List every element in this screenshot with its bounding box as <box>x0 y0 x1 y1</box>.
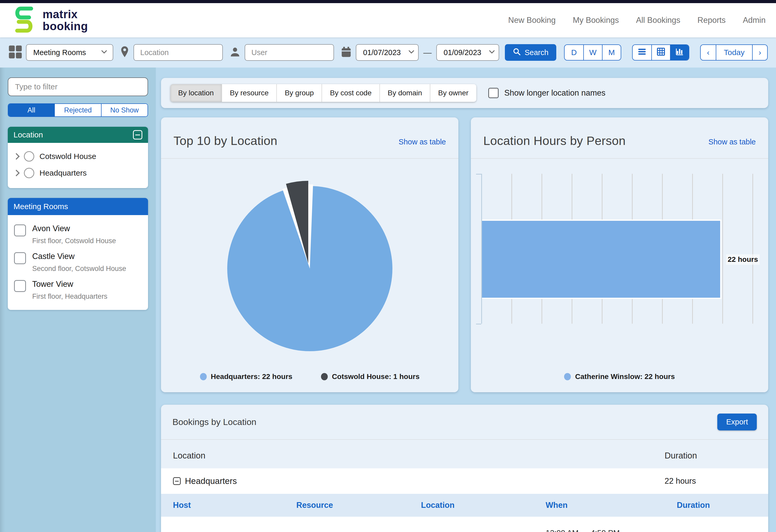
legend-item: Headquarters: 22 hours <box>200 372 293 381</box>
column-location: Location <box>173 451 664 461</box>
booking-when: 12:00 AM — 4:59 PM 22 Aug <box>546 527 677 532</box>
location-radio[interactable] <box>24 151 34 162</box>
room-checkbox[interactable] <box>14 280 26 292</box>
location-radio[interactable] <box>24 168 34 178</box>
column-duration[interactable]: Duration <box>677 501 756 510</box>
collapse-icon[interactable] <box>133 130 142 140</box>
nav-reports[interactable]: Reports <box>698 16 726 25</box>
legend-dot <box>200 373 207 380</box>
room-item-avon-view[interactable]: Avon View First floor, Cotswold House <box>8 219 148 246</box>
search-button[interactable]: Search <box>505 44 556 61</box>
booking-row[interactable]: Catherine Winslow Tower View First floor… <box>161 517 768 532</box>
room-checkbox[interactable] <box>14 224 26 236</box>
top10-by-location-panel: Top 10 by Location Show as table Headqua… <box>161 118 458 392</box>
column-duration: Duration <box>664 451 756 461</box>
chevron-right-icon[interactable] <box>13 170 19 176</box>
legend-item: Cotswold House: 1 hours <box>321 372 420 381</box>
bar-plot-area: 22 hours <box>481 174 766 324</box>
date-nav-group: ‹ Today › <box>700 44 768 60</box>
location-item-headquarters[interactable]: Headquarters <box>8 165 148 181</box>
status-tab-rejected[interactable]: Rejected <box>54 104 101 116</box>
bookings-outer-header: Location Duration <box>161 440 768 468</box>
day-view-button[interactable]: D <box>565 45 583 60</box>
bookings-title: Bookings by Location <box>172 417 256 427</box>
meeting-rooms-panel-header: Meeting Rooms <box>8 198 148 215</box>
room-item-tower-view[interactable]: Tower View First floor, Headquarters <box>8 274 148 302</box>
today-button[interactable]: Today <box>716 45 752 60</box>
app-header: matrix booking New Booking My Bookings A… <box>0 3 776 37</box>
meeting-rooms-panel: Meeting Rooms Avon View First floor, Cot… <box>8 198 148 310</box>
category-select[interactable]: Meeting Rooms <box>26 44 113 61</box>
legend-item: Catherine Winslow: 22 hours <box>564 372 675 381</box>
column-resource[interactable]: Resource <box>296 501 421 510</box>
room-item-castle-view[interactable]: Castle View Second floor, Cotswold House <box>8 246 148 274</box>
pie-chart <box>161 159 458 366</box>
show-longer-names-toggle[interactable]: Show longer location names <box>488 88 605 98</box>
tab-by-owner[interactable]: By owner <box>430 84 476 102</box>
chevron-right-icon[interactable] <box>13 153 19 160</box>
bookings-column-header-row: Host Resource Location When Duration <box>161 494 768 517</box>
chart-view-button[interactable] <box>670 45 689 60</box>
bar-chart: 22 hours <box>471 159 768 366</box>
nav-my-bookings[interactable]: My Bookings <box>573 16 619 25</box>
collapse-group-icon[interactable] <box>173 477 181 485</box>
user-icon <box>229 46 241 59</box>
bookings-by-location-panel: Bookings by Location Export Location Dur… <box>161 405 768 532</box>
month-view-button[interactable]: M <box>602 45 621 60</box>
bar-chart-icon <box>675 47 684 58</box>
calendar-icon <box>340 46 352 59</box>
tab-by-location[interactable]: By location <box>170 84 221 102</box>
bar-chart-title: Location Hours by Person <box>483 134 626 148</box>
location-input[interactable] <box>134 44 223 61</box>
status-tabs: All Rejected No Show <box>8 104 148 117</box>
date-from-select[interactable]: 01/07/2023 <box>356 44 419 61</box>
bar-value-label: 22 hours <box>726 254 760 265</box>
legend-dot <box>564 373 571 380</box>
show-longer-names-checkbox[interactable] <box>488 88 499 98</box>
location-group-row[interactable]: Headquarters 22 hours <box>161 468 768 494</box>
tab-by-cost-code[interactable]: By cost code <box>322 84 379 102</box>
grouping-tabs: By location By resource By group By cost… <box>170 84 476 102</box>
search-icon <box>513 47 521 58</box>
bar-show-as-table-link[interactable]: Show as table <box>709 138 756 148</box>
logo-icon <box>10 4 37 36</box>
filter-sidebar: All Rejected No Show Location Cotswold H… <box>0 67 156 532</box>
hours-bar <box>482 219 722 299</box>
pie-show-as-table-link[interactable]: Show as table <box>399 138 446 148</box>
status-tab-all[interactable]: All <box>8 104 54 116</box>
list-view-button[interactable] <box>633 45 651 60</box>
column-host[interactable]: Host <box>173 501 296 510</box>
status-tab-no-show[interactable]: No Show <box>101 104 148 116</box>
filter-input[interactable] <box>8 77 148 96</box>
date-to-select[interactable]: 01/09/2023 <box>436 44 499 61</box>
list-icon <box>637 47 647 58</box>
nav-admin[interactable]: Admin <box>743 16 766 25</box>
bar-legend: Catherine Winslow: 22 hours <box>471 366 768 392</box>
tab-by-resource[interactable]: By resource <box>221 84 276 102</box>
grid-view-button[interactable] <box>651 45 670 60</box>
tab-by-group[interactable]: By group <box>276 84 322 102</box>
next-period-button[interactable]: › <box>752 45 767 60</box>
location-panel-header: Location <box>8 127 148 143</box>
location-hours-by-person-panel: Location Hours by Person Show as table 2… <box>471 118 768 392</box>
date-range-separator: — <box>422 48 433 57</box>
week-view-button[interactable]: W <box>583 45 602 60</box>
export-button[interactable]: Export <box>717 413 757 430</box>
nav-all-bookings[interactable]: All Bookings <box>636 16 681 25</box>
location-item-cotswold-house[interactable]: Cotswold House <box>8 148 148 165</box>
column-location[interactable]: Location <box>421 501 546 510</box>
scale-toggle-group: D W M <box>564 44 621 60</box>
column-when[interactable]: When <box>546 501 677 510</box>
nav-new-booking[interactable]: New Booking <box>508 16 556 25</box>
chevron-down-icon <box>100 48 108 57</box>
grouping-tabs-panel: By location By resource By group By cost… <box>161 78 768 108</box>
legend-dot <box>321 373 328 380</box>
room-checkbox[interactable] <box>14 252 26 264</box>
location-pin-icon <box>120 45 130 59</box>
matrix-booking-logo[interactable]: matrix booking <box>10 4 88 36</box>
user-input[interactable] <box>245 44 334 61</box>
view-mode-group <box>632 44 689 60</box>
main-content: By location By resource By group By cost… <box>156 67 776 532</box>
prev-period-button[interactable]: ‹ <box>701 45 716 60</box>
tab-by-domain[interactable]: By domain <box>379 84 430 102</box>
